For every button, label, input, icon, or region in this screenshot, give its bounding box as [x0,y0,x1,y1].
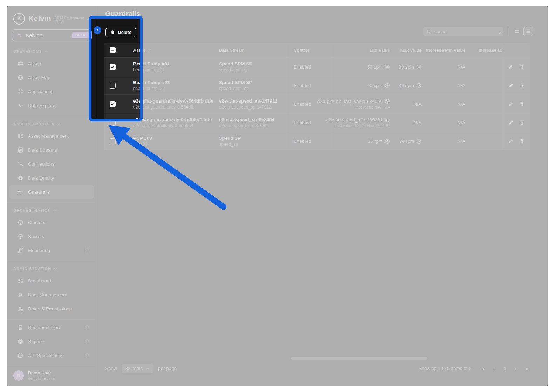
sidebar-item-dashboard[interactable]: Dashboard [9,274,94,288]
sidebar-item-assets[interactable]: Assets [9,56,94,70]
row-checkbox[interactable] [110,138,116,144]
column-header-min-value[interactable]: Min Value [370,48,390,53]
row-checkbox[interactable] [110,101,116,107]
page-size-select[interactable]: 32 items [122,364,153,373]
delete-row-button[interactable] [519,83,525,88]
current-page[interactable]: 1 [503,366,506,371]
row-checkbox[interactable] [110,64,116,70]
edit-row-button[interactable] [508,120,513,125]
sidebar-nav: OPERATIONS Assets Asset Map Applications… [7,44,96,316]
edit-row-button[interactable] [508,139,513,144]
row-checkbox[interactable] [110,83,116,89]
table-body: Beam Pump #01beam_pump_01 Speed SPM SPsp… [104,57,530,150]
asset-name: e2e-plat-guardrails-dy-0-564dfb title [133,98,212,104]
table-row: Beam Pump #01beam_pump_01 Speed SPM SPsp… [104,57,530,76]
sidebar-item-data-explorer[interactable]: Data Explorer [9,98,94,112]
delete-row-button[interactable] [519,120,525,125]
refresh-circle-icon [385,117,390,122]
table-row: Beam Pump #02beam_pump_02 Speed SPM SPsp… [104,76,530,94]
sort-icon [147,48,152,52]
column-header-control[interactable]: Control [294,48,331,53]
edit-row-button[interactable] [508,64,513,70]
max-value: N/A [394,95,426,113]
table-row: PCP #03pcp_03 Speed SPspeed_sp Enabled 2… [104,132,530,150]
column-header-asset[interactable]: Asset [133,48,212,53]
delete-row-button[interactable] [519,102,525,107]
detailed-view-button[interactable] [523,27,533,36]
max-value: 80 spm [394,58,426,76]
beta-badge: BETA [72,32,89,38]
sidebar-section-assets-and-data[interactable]: ASSETS AND DATA [7,117,96,129]
last-value: Last value: N/A | N/A [355,105,390,109]
external-link-icon [84,353,89,358]
max-value: N/A [394,113,426,132]
brand-name: Kelvin [28,14,51,23]
sidebar-item-documentation[interactable]: Documentation [9,320,94,334]
sidebar-item-user-management[interactable]: User Management [9,288,94,302]
sidebar-section-operations[interactable]: OPERATIONS [7,44,96,56]
external-link-icon [84,339,89,344]
trash-icon [110,30,115,35]
sidebar-item-support[interactable]: Support [9,334,94,348]
sidebar-item-asset-map[interactable]: Asset Map [9,70,94,84]
sidebar-section-orchestration[interactable]: ORCHESTRATION [7,203,96,215]
sidebar-item-clusters[interactable]: Clusters [9,215,94,229]
sidebar-item-guardrails[interactable]: Guardrails [9,185,94,199]
toolbar-divider [508,27,508,36]
avatar: D [13,370,24,381]
next-page-icon[interactable]: › [515,365,517,371]
row-checkbox[interactable] [110,120,116,126]
max-value: 80 rpm [394,132,426,150]
data-stream-name: Speed SP [219,135,286,141]
compact-rows-icon [514,29,520,34]
asset-map-icon [18,75,23,80]
column-header-max-value[interactable]: Max Value [400,48,422,53]
kelvinai-label: KelvinAI [26,33,44,38]
asset-id: beam_pump_02 [133,86,212,91]
delete-row-button[interactable] [519,64,525,70]
page: K Kelvin BETA Environment (DEV) KelvinAI… [0,0,555,392]
increase-min-value: N/A [426,113,470,132]
refresh-circle-icon [385,99,390,104]
kelvinai-button[interactable]: KelvinAI BETA [12,29,92,41]
column-header-increase-max-value[interactable]: Increase Max Value [479,48,502,53]
sidebar-item-asset-management[interactable]: Asset Management [9,129,94,143]
arrow-down-circle-icon [385,83,390,88]
edit-row-button[interactable] [508,102,513,107]
increase-min-value: N/A [426,132,470,150]
edit-row-button[interactable] [508,83,513,88]
sidebar-item-applications[interactable]: Applications [9,84,94,98]
sidebar-bottom: Documentation Support API Specification … [7,316,96,386]
data-stream-name: Speed SPM SP [219,61,286,66]
user-profile[interactable]: D Demo User demo@kelvin.ai [7,366,96,386]
select-all-checkbox[interactable] [110,47,116,53]
column-header-data-stream[interactable]: Data Stream [219,48,286,53]
table-header: Asset Data Stream Control Min Value Max … [104,43,530,57]
sidebar-collapse-button[interactable] [94,26,101,34]
delete-selected-button[interactable]: Delete [105,28,136,37]
delete-row-button[interactable] [519,139,525,144]
clear-search-icon[interactable] [499,29,503,34]
compact-view-button[interactable] [512,27,522,36]
sidebar-item-connections[interactable]: Connections [9,157,94,171]
sidebar-item-roles-permissions[interactable]: Roles & Permissions [9,302,94,316]
sidebar-item-secrets[interactable]: Secrets [9,229,94,243]
prev-page-icon[interactable]: ‹ [493,365,495,371]
asset-id: beam_pump_01 [133,68,212,72]
horizontal-scrollbar[interactable] [291,357,427,360]
column-header-increase-min-value[interactable]: Increase Min Value [426,48,465,53]
sidebar-item-api-specification[interactable]: API Specification [9,348,94,362]
arrow-down-circle-icon [385,64,390,70]
sidebar-section-administration[interactable]: ADMINISTRATION [7,262,96,274]
asset-management-icon [18,133,23,139]
asset-name: Beam Pump #01 [133,61,212,66]
sidebar-item-monitoring[interactable]: Monitoring [9,243,94,257]
chevron-down-icon [57,122,61,126]
last-page-icon[interactable]: » [526,365,528,371]
control-status: Enabled [286,58,331,76]
roles-permissions-icon [18,306,23,312]
first-page-icon[interactable]: « [481,365,484,371]
sidebar-item-data-streams[interactable]: Data Streams [9,143,94,157]
sidebar-item-data-quality[interactable]: Data Quality [9,171,94,185]
search-input[interactable] [434,29,496,34]
